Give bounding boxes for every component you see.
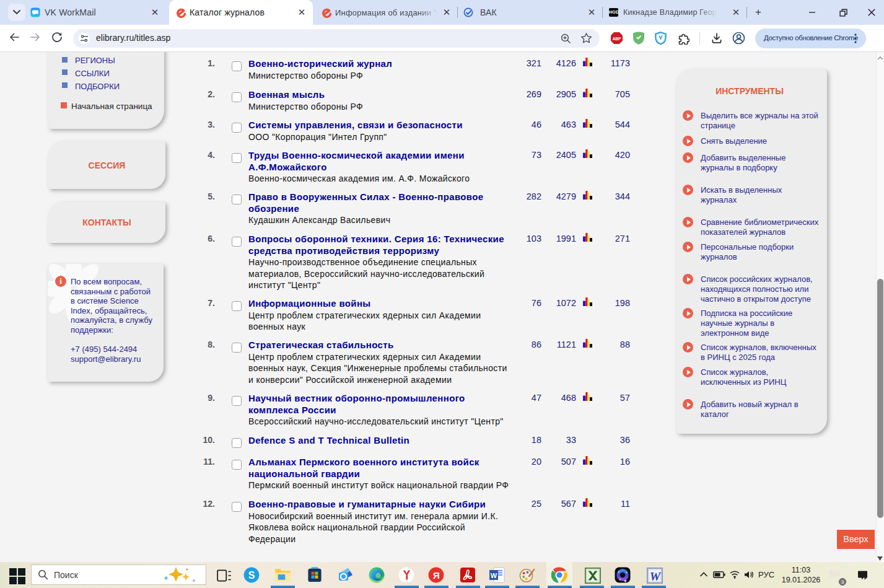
svg-text:ABP: ABP [613,37,621,41]
svg-text:S: S [248,570,255,581]
svg-text:Я: Я [433,570,440,581]
svg-text:W: W [650,570,662,583]
svg-text:W: W [491,572,497,579]
